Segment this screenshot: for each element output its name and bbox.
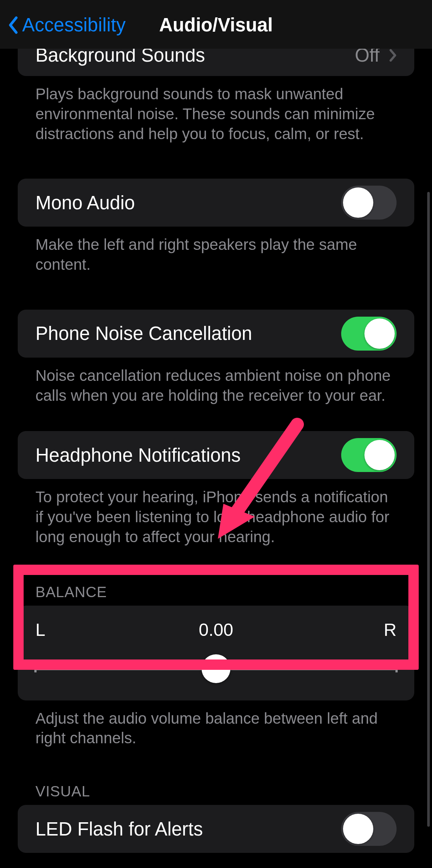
row-background-sounds[interactable]: Background Sounds Off: [18, 49, 414, 76]
row-label: LED Flash for Alerts: [35, 818, 203, 840]
page-title: Audio/Visual: [159, 14, 273, 36]
row-led-flash[interactable]: LED Flash for Alerts: [18, 805, 414, 853]
row-footer: Adjust the audio volume balance between …: [18, 700, 414, 748]
slider-thumb[interactable]: [202, 654, 230, 683]
chevron-right-icon: [389, 49, 397, 62]
toggle-phone-noise-cancellation[interactable]: [341, 317, 397, 351]
section-header-balance: BALANCE: [18, 584, 414, 606]
row-headphone-notifications[interactable]: Headphone Notifications: [18, 431, 414, 479]
row-footer: To protect your hearing, iPhone sends a …: [18, 479, 414, 547]
row-footer: Plays background sounds to mask unwanted…: [18, 76, 414, 144]
row-balance: L R 0.00: [18, 606, 414, 700]
row-mono-audio[interactable]: Mono Audio: [18, 179, 414, 227]
back-button[interactable]: Accessibility: [8, 14, 126, 36]
row-label: Headphone Notifications: [35, 444, 241, 466]
toggle-headphone-notifications[interactable]: [341, 438, 397, 472]
toggle-mono-audio[interactable]: [341, 186, 397, 220]
row-phone-noise-cancellation[interactable]: Phone Noise Cancellation: [18, 310, 414, 358]
balance-slider[interactable]: [35, 658, 397, 680]
slider-tick-left: [34, 665, 37, 672]
back-label: Accessibility: [22, 14, 126, 36]
row-label: Phone Noise Cancellation: [35, 323, 252, 344]
section-header-visual: VISUAL: [18, 783, 414, 805]
chevron-left-icon: [8, 16, 18, 34]
navbar: Accessibility Audio/Visual: [0, 0, 432, 49]
balance-value: 0.00: [199, 620, 233, 640]
slider-tick-right: [395, 665, 398, 672]
row-footer: Noise cancellation reduces ambient noise…: [18, 358, 414, 406]
balance-left-label: L: [35, 620, 45, 640]
balance-right-label: R: [384, 620, 397, 640]
row-label: Mono Audio: [35, 192, 135, 214]
row-footer: Make the left and right speakers play th…: [18, 227, 414, 275]
toggle-led-flash[interactable]: [341, 812, 397, 846]
scroll-indicator: [427, 192, 430, 827]
